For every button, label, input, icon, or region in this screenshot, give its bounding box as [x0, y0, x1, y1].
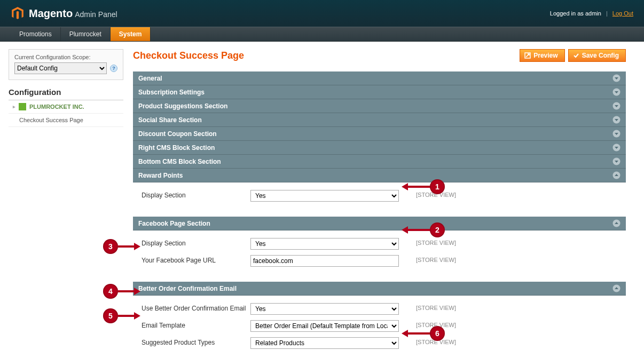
group-name: PLUMROCKET INC. [29, 104, 84, 110]
section-header-reward-points[interactable]: Reward Points [133, 169, 626, 182]
nav-plumrocket[interactable]: Plumrocket [61, 27, 111, 41]
scope-text: [STORE VIEW] [399, 303, 468, 311]
arrow-head-2 [402, 226, 408, 234]
expand-down-icon [612, 88, 621, 96]
callout-4: 4 [103, 284, 118, 299]
use-better-email-select[interactable]: Yes [250, 303, 399, 315]
section-title: General [138, 75, 162, 82]
action-buttons: Preview Save Config [520, 49, 626, 62]
section-header-collapsed[interactable]: Discount Coupon Section [133, 127, 626, 141]
field-label: Display Section [138, 190, 250, 199]
section-header-collapsed[interactable]: Bottom CMS Block Section [133, 155, 626, 169]
section-better-email: Better Order Confirmation Email Use Bett… [133, 282, 626, 356]
expand-down-icon [612, 130, 621, 138]
admin-header: MagentoAdmin Panel Logged in as admin | … [0, 0, 644, 27]
logout-link[interactable]: Log Out [612, 10, 633, 17]
scope-text: [STORE VIEW] [399, 238, 468, 246]
check-icon [573, 52, 579, 59]
config-scope-box: Current Configuration Scope: Default Con… [9, 49, 123, 80]
fb-url-input[interactable] [250, 255, 399, 267]
save-config-button[interactable]: Save Config [568, 49, 626, 62]
expand-down-icon [612, 102, 621, 110]
expand-down-icon [612, 144, 621, 152]
display-section-select[interactable]: Yes [250, 190, 399, 202]
sidebar-item-checkout-success[interactable]: Checkout Success Page [9, 114, 123, 127]
field-fb-display-section: Display Section Yes [STORE VIEW] [138, 238, 621, 250]
page-title: Checkout Success Page [133, 50, 244, 61]
section-title: Reward Points [138, 172, 183, 179]
section-body-facebook: Display Section Yes [STORE VIEW] Your Fa… [133, 230, 626, 274]
arrow-head-3 [134, 243, 140, 250]
section-header-collapsed[interactable]: Product Suggestions Section [133, 99, 626, 113]
section-title: Product Suggestions Section [138, 102, 227, 110]
section-title: Facebook Page Section [138, 220, 210, 227]
chevron-right-icon: ▸ [13, 104, 15, 109]
field-label: Your Facebook Page URL [138, 255, 250, 264]
brand-suffix: Admin Panel [75, 10, 117, 19]
section-header-collapsed[interactable]: Subscription Settings [133, 85, 626, 99]
fb-display-section-select[interactable]: Yes [250, 238, 399, 250]
plumrocket-logo-icon [19, 103, 26, 110]
sidebar: Current Configuration Scope: Default Con… [9, 49, 123, 127]
expand-down-icon [612, 116, 621, 124]
field-use-better-email: Use Better Order Confirmation Email Yes … [138, 303, 621, 315]
field-label: Use Better Order Confirmation Email [138, 303, 250, 312]
field-label: Suggested Product Types [138, 337, 250, 346]
content-header: Checkout Success Page Preview Save Confi… [133, 49, 626, 62]
callout-3: 3 [103, 239, 118, 254]
field-fb-url: Your Facebook Page URL [STORE VIEW] [138, 255, 621, 267]
scope-label: Current Configuration Scope: [14, 54, 117, 60]
section-body-better-email: Use Better Order Confirmation Email Yes … [133, 296, 626, 356]
arrow-2 [407, 229, 430, 231]
field-label: Email Template [138, 320, 250, 329]
separator: | [606, 10, 608, 17]
collapsed-sections: GeneralSubscription SettingsProduct Sugg… [133, 71, 626, 169]
save-label: Save Config [582, 52, 619, 59]
main-nav: Promotions Plumrocket System [0, 27, 644, 42]
collapse-up-icon [612, 219, 621, 227]
arrow-3 [118, 245, 135, 248]
expand-down-icon [612, 157, 621, 165]
arrow-6 [407, 332, 430, 335]
section-title: Social Share Section [138, 116, 202, 124]
section-title: Bottom CMS Block Section [138, 158, 221, 165]
section-title: Subscription Settings [138, 89, 205, 96]
scope-select[interactable]: Default Config [14, 62, 107, 74]
preview-button[interactable]: Preview [520, 49, 564, 62]
section-title: Better Order Confirmation Email [138, 285, 237, 292]
section-reward-points: Reward Points Display Section Yes [STORE… [133, 169, 626, 209]
section-body-reward-points: Display Section Yes [STORE VIEW] [133, 182, 626, 209]
callout-6: 6 [430, 326, 445, 341]
arrow-5 [118, 315, 135, 317]
help-icon[interactable]: ? [110, 65, 117, 72]
field-suggested-products: Suggested Product Types Related Products… [138, 337, 621, 349]
arrow-4 [118, 290, 135, 292]
content-area: Checkout Success Page Preview Save Confi… [133, 49, 626, 358]
sidebar-group-plumrocket[interactable]: ▸ PLUMROCKET INC. [9, 100, 123, 114]
preview-icon [524, 52, 531, 59]
arrow-head-6 [402, 330, 408, 337]
field-display-section: Display Section Yes [STORE VIEW] [138, 190, 621, 202]
section-header-facebook[interactable]: Facebook Page Section [133, 217, 626, 230]
section-header-collapsed[interactable]: General [133, 71, 626, 85]
arrow-head-5 [134, 312, 140, 320]
callout-1: 1 [430, 179, 445, 194]
header-user-area: Logged in as admin | Log Out [550, 10, 633, 17]
callout-5: 5 [103, 308, 118, 323]
brand-name: MagentoAdmin Panel [29, 7, 117, 20]
callout-2: 2 [430, 222, 445, 237]
field-label: Display Section [138, 238, 250, 247]
logged-in-text: Logged in as admin [550, 10, 601, 17]
section-header-collapsed[interactable]: Right CMS Block Section [133, 141, 626, 155]
section-header-better-email[interactable]: Better Order Confirmation Email [133, 282, 626, 296]
nav-system[interactable]: System [111, 27, 151, 41]
arrow-head-1 [402, 183, 408, 190]
main-layout: Current Configuration Scope: Default Con… [0, 42, 644, 358]
nav-promotions[interactable]: Promotions [11, 27, 61, 41]
field-email-template: Email Template Better Order Email (Defau… [138, 320, 621, 332]
collapse-up-icon [612, 171, 621, 179]
email-template-select[interactable]: Better Order Email (Default Template fro… [250, 320, 399, 332]
logo: MagentoAdmin Panel [11, 6, 117, 20]
suggested-products-select[interactable]: Related Products [250, 337, 399, 349]
section-header-collapsed[interactable]: Social Share Section [133, 113, 626, 127]
